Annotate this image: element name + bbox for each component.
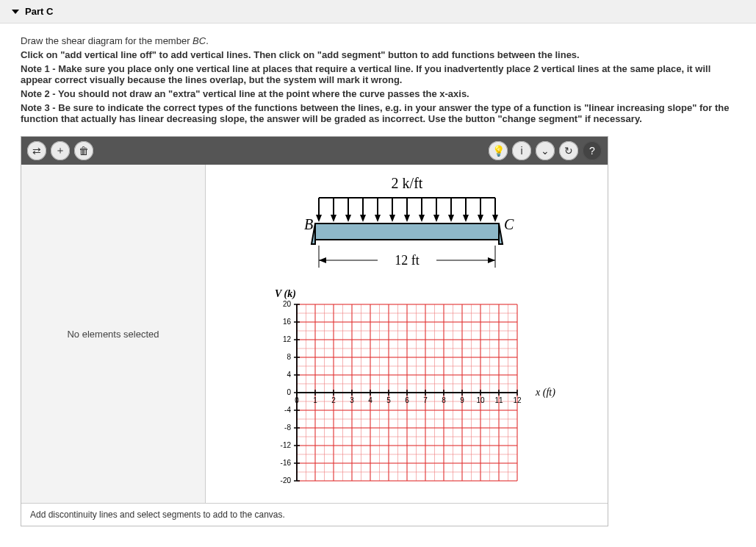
span-label: 12 ft [395,253,420,268]
svg-text:V (k): V (k) [275,288,296,300]
svg-text:-4: -4 [284,406,291,414]
canvas-hint: Add discontinuity lines and select segme… [21,503,608,526]
svg-text:1: 1 [313,396,317,404]
instruction-4: Note 3 - Be sure to indicate the correct… [21,102,729,124]
arrows-icon[interactable]: ⇄ [27,141,46,160]
svg-text:6: 6 [405,396,409,404]
svg-marker-2 [316,215,322,222]
instruction-2: Note 1 - Make sure you place only one ve… [21,63,710,85]
svg-text:4: 4 [287,371,291,379]
svg-text:2: 2 [331,396,336,404]
svg-marker-20 [448,215,454,222]
prompt-member: BC [192,35,206,46]
svg-text:-16: -16 [280,459,291,467]
canvas-hint-text: Add discontinuity lines and select segme… [30,510,285,520]
canvas-panel[interactable]: 2 k/ft B C 12 ft [206,165,608,503]
dropdown-icon[interactable]: ⌄ [536,141,555,160]
svg-text:12: 12 [282,335,291,343]
no-selection-text: No elements selected [67,329,159,340]
svg-text:20: 20 [282,300,291,308]
svg-text:4: 4 [368,396,372,404]
reset-icon[interactable]: ↻ [559,141,578,160]
svg-text:7: 7 [423,396,428,404]
svg-marker-35 [488,257,495,263]
label-B: B [304,216,313,232]
svg-marker-18 [433,215,439,222]
instructions-block: Click on "add vertical line off" to add … [21,49,735,124]
svg-text:-12: -12 [280,441,291,449]
svg-marker-8 [360,215,366,222]
svg-marker-6 [345,215,351,222]
instruction-1: Click on "add vertical line off" to add … [21,49,580,60]
svg-marker-10 [375,215,381,222]
svg-text:9: 9 [460,396,464,404]
svg-text:0: 0 [295,396,299,404]
svg-text:0: 0 [287,388,291,396]
svg-text:5: 5 [386,396,391,404]
collapse-caret-icon[interactable] [12,10,19,14]
svg-rect-27 [315,224,499,240]
svg-text:10: 10 [476,396,485,404]
svg-marker-12 [389,215,395,222]
part-title: Part C [25,6,53,17]
svg-marker-29 [499,224,503,244]
svg-marker-16 [419,215,425,222]
selection-panel: No elements selected [21,165,206,503]
svg-marker-14 [404,215,410,222]
svg-marker-22 [463,215,469,222]
svg-text:11: 11 [494,396,503,404]
help-icon[interactable]: ? [583,141,602,160]
svg-marker-26 [492,215,498,222]
svg-text:3: 3 [350,396,354,404]
svg-text:8: 8 [287,353,291,361]
beam-figure: 2 k/ft B C 12 ft [275,172,539,282]
delete-icon[interactable]: 🗑 [74,141,93,160]
add-icon[interactable]: ＋ [51,141,70,160]
shear-graph[interactable]: V (k)0123456789101112-20-16-12-8-4048121… [253,282,561,496]
part-header[interactable]: Part C [0,0,756,24]
load-label: 2 k/ft [391,175,422,191]
prompt-post: . [206,35,209,46]
svg-text:-20: -20 [280,476,291,485]
svg-text:8: 8 [442,396,446,404]
svg-text:-8: -8 [284,423,291,432]
info-icon[interactable]: i [512,141,531,160]
svg-text:12: 12 [513,396,522,404]
svg-marker-4 [331,215,336,222]
svg-text:16: 16 [282,318,291,326]
svg-text:x (ft): x (ft) [535,387,555,398]
prompt-text: Draw the shear diagram for the member BC… [21,35,735,46]
bulb-icon[interactable]: 💡 [489,141,508,160]
diagram-editor: ⇄＋🗑 💡i⌄↻? No elements selected 2 k/ft [21,136,608,526]
prompt-pre: Draw the shear diagram for the member [21,35,192,46]
svg-marker-24 [478,215,483,222]
label-C: C [504,216,514,232]
editor-toolbar: ⇄＋🗑 💡i⌄↻? [21,137,608,165]
svg-marker-34 [319,257,326,263]
instruction-3: Note 2 - You should not draw an "extra" … [21,88,469,99]
